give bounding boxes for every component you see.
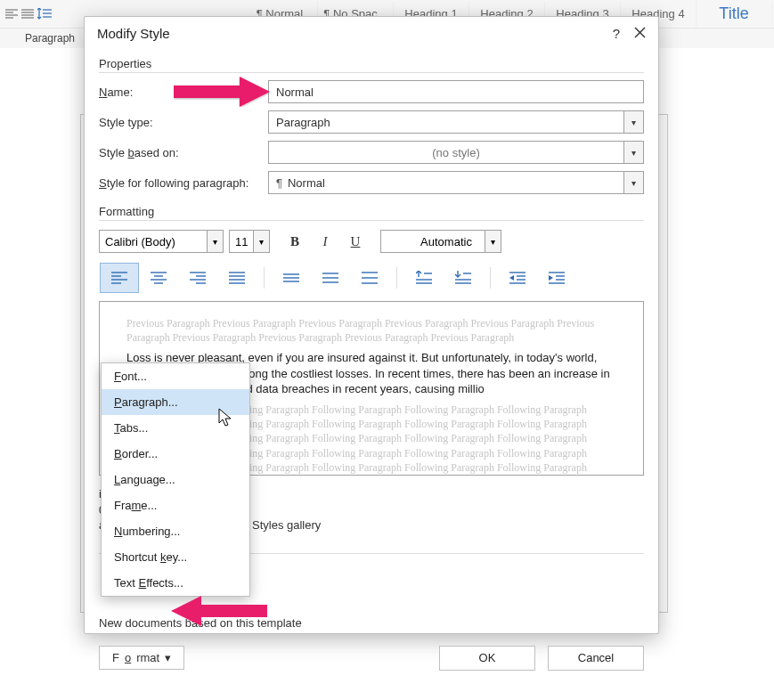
- italic-button[interactable]: I: [313, 230, 338, 253]
- menu-item-numbering[interactable]: Numbering...: [102, 518, 249, 544]
- style-type-value: Paragraph: [276, 116, 330, 129]
- font-color-value: Automatic: [420, 235, 472, 248]
- menu-item-border[interactable]: Border...: [102, 441, 249, 467]
- caret-down-icon: ▾: [165, 651, 171, 664]
- decrease-indent-button[interactable]: [498, 263, 537, 293]
- font-size-combo[interactable]: 11 ▾: [229, 230, 270, 253]
- following-value: Normal: [288, 176, 325, 190]
- following-select[interactable]: ¶ Normal ▾: [268, 171, 644, 194]
- font-size-value: 11: [235, 235, 248, 248]
- preview-previous: Previous Paragraph Previous Paragraph Pr…: [126, 316, 616, 345]
- menu-item-texteffects[interactable]: Text Effects...: [102, 570, 249, 596]
- font-color-combo[interactable]: Automatic ▾: [380, 230, 501, 253]
- font-name-combo[interactable]: Calibri (Body) ▾: [99, 230, 224, 253]
- align-center-button[interactable]: [139, 263, 178, 293]
- chevron-down-icon: ▾: [623, 172, 643, 193]
- space-before-inc-button[interactable]: [404, 263, 444, 293]
- format-dropdown-menu[interactable]: Font... Paragraph... Tabs... Border... L…: [101, 362, 250, 597]
- close-icon[interactable]: [634, 26, 646, 41]
- help-icon[interactable]: ?: [613, 26, 620, 41]
- paragraph-mark-icon: ¶: [276, 176, 282, 190]
- menu-item-shortcut[interactable]: Shortcut key...: [102, 544, 249, 570]
- align-left-icon[interactable]: [5, 4, 18, 24]
- style-type-select[interactable]: Paragraph ▾: [268, 110, 644, 134]
- dialog-title: Modify Style: [97, 26, 170, 41]
- svg-marker-55: [549, 275, 553, 281]
- name-input[interactable]: [268, 80, 644, 103]
- svg-marker-50: [509, 275, 514, 281]
- svg-rect-57: [174, 85, 240, 98]
- style-type-label: Style type:: [99, 116, 268, 129]
- format-button[interactable]: Format ▾: [99, 646, 184, 670]
- spacing-double-button[interactable]: [350, 263, 389, 293]
- mouse-cursor-icon: [218, 408, 234, 427]
- justify-icon[interactable]: [21, 4, 34, 24]
- bold-button[interactable]: B: [282, 230, 307, 253]
- paragraph-group-label: Paragraph: [25, 32, 75, 45]
- menu-item-font[interactable]: Font...: [102, 363, 249, 389]
- ok-button[interactable]: OK: [439, 646, 535, 671]
- svg-rect-59: [201, 605, 267, 617]
- spacing-single-button[interactable]: [272, 263, 311, 293]
- chevron-down-icon: ▾: [485, 231, 501, 252]
- style-title[interactable]: Title: [697, 2, 772, 27]
- increase-indent-button[interactable]: [537, 263, 576, 293]
- formatting-section: Formatting: [99, 205, 644, 221]
- cancel-button[interactable]: Cancel: [548, 646, 644, 671]
- based-on-value: (no style): [276, 146, 636, 159]
- chevron-down-icon: ▾: [623, 142, 643, 163]
- menu-item-language[interactable]: Language...: [102, 467, 249, 492]
- align-left-button[interactable]: [100, 263, 139, 293]
- chevron-down-icon: ▾: [623, 111, 643, 133]
- underline-button[interactable]: U: [343, 230, 368, 253]
- svg-marker-60: [171, 596, 201, 626]
- line-spacing-icon[interactable]: [37, 4, 52, 24]
- svg-marker-58: [240, 77, 270, 107]
- chevron-down-icon: ▾: [207, 231, 223, 252]
- align-right-button[interactable]: [178, 263, 217, 293]
- align-justify-button[interactable]: [217, 263, 257, 293]
- following-label: Style for following paragraph:: [99, 176, 268, 190]
- chevron-down-icon: ▾: [253, 231, 269, 252]
- annotation-arrow: [174, 77, 272, 107]
- based-on-label: Style based on:: [99, 146, 268, 159]
- font-name-value: Calibri (Body): [105, 235, 175, 248]
- spacing-15-button[interactable]: [311, 263, 350, 293]
- svg-marker-56: [219, 409, 231, 426]
- annotation-arrow: [169, 596, 267, 626]
- properties-section: Properties: [99, 57, 644, 73]
- based-on-select[interactable]: (no style) ▾: [268, 141, 644, 164]
- space-before-dec-button[interactable]: [444, 263, 483, 293]
- menu-item-frame[interactable]: Frame...: [102, 492, 249, 518]
